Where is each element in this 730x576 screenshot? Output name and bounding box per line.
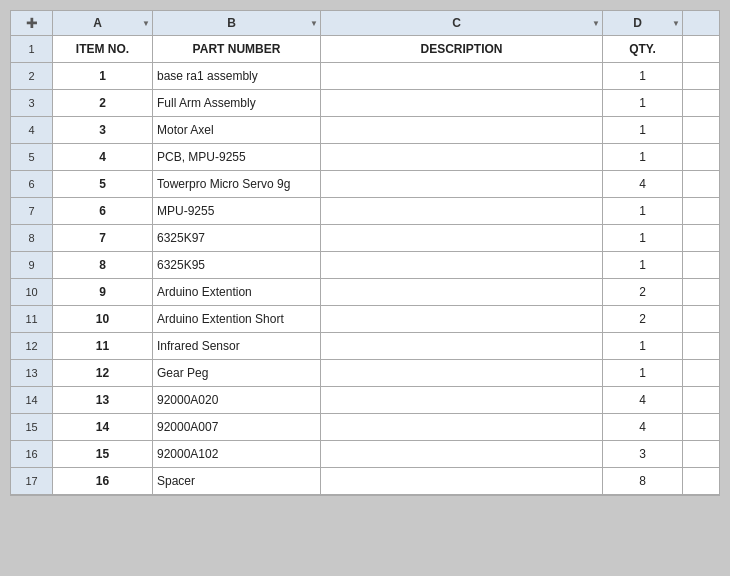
table-row[interactable]: 151492000A0074 [11,414,719,441]
table-row[interactable]: 109Arduino Extention2 [11,279,719,306]
cell-description[interactable] [321,144,603,170]
table-row[interactable]: 65Towerpro Micro Servo 9g4 [11,171,719,198]
table-row[interactable]: 32Full Arm Assembly1 [11,90,719,117]
cell-qty[interactable]: 4 [603,171,683,197]
cell-item-no[interactable]: 11 [53,333,153,359]
cell-qty[interactable]: 1 [603,225,683,251]
cell-qty[interactable]: 1 [603,198,683,224]
table-row[interactable]: 1716Spacer8 [11,468,719,495]
cell-description[interactable] [321,171,603,197]
cell-description[interactable] [321,414,603,440]
cell-description[interactable]: DESCRIPTION [321,36,603,62]
table-row[interactable]: 141392000A0204 [11,387,719,414]
cell-item-no[interactable]: 6 [53,198,153,224]
cell-part-number[interactable]: Motor Axel [153,117,321,143]
cell-description[interactable] [321,63,603,89]
cell-qty[interactable]: 4 [603,414,683,440]
table-row[interactable]: 43Motor Axel1 [11,117,719,144]
cell-item-no[interactable]: 3 [53,117,153,143]
cell-part-number[interactable]: 92000A020 [153,387,321,413]
cell-part-number[interactable]: PART NUMBER [153,36,321,62]
cell-part-number[interactable]: Towerpro Micro Servo 9g [153,171,321,197]
table-row[interactable]: 876325K971 [11,225,719,252]
cell-item-no[interactable]: 15 [53,441,153,467]
cell-item-no[interactable]: ITEM NO. [53,36,153,62]
cell-qty[interactable]: 8 [603,468,683,494]
cell-item-no[interactable]: 9 [53,279,153,305]
cell-qty[interactable]: QTY. [603,36,683,62]
table-row[interactable]: 1110Arduino Extention Short2 [11,306,719,333]
cell-qty[interactable]: 1 [603,360,683,386]
cell-qty[interactable]: 2 [603,279,683,305]
col-c-arrow: ▼ [592,19,602,28]
cell-item-no[interactable]: 16 [53,468,153,494]
cell-description[interactable] [321,198,603,224]
cell-description[interactable] [321,279,603,305]
col-b-arrow: ▼ [310,19,320,28]
cell-description[interactable] [321,360,603,386]
cell-part-number[interactable]: 6325K97 [153,225,321,251]
cell-part-number[interactable]: Arduino Extention Short [153,306,321,332]
col-d-arrow: ▼ [672,19,682,28]
cell-description[interactable] [321,306,603,332]
table-row[interactable]: 54PCB, MPU-92551 [11,144,719,171]
cell-item-no[interactable]: 12 [53,360,153,386]
cell-part-number[interactable]: MPU-9255 [153,198,321,224]
cell-part-number[interactable]: base ra1 assembly [153,63,321,89]
cell-description[interactable] [321,468,603,494]
row-number: 5 [11,144,53,170]
table-row[interactable]: 1312Gear Peg1 [11,360,719,387]
cell-description[interactable] [321,117,603,143]
cell-description[interactable] [321,225,603,251]
table-row[interactable]: 1ITEM NO.PART NUMBERDESCRIPTIONQTY. [11,36,719,63]
table-row[interactable]: 986325K951 [11,252,719,279]
col-a-arrow: ▼ [142,19,152,28]
row-number: 7 [11,198,53,224]
table-row[interactable]: 21base ra1 assembly1 [11,63,719,90]
cell-part-number[interactable]: 92000A102 [153,441,321,467]
cell-item-no[interactable]: 5 [53,171,153,197]
table-row[interactable]: 161592000A1023 [11,441,719,468]
cell-qty[interactable]: 1 [603,63,683,89]
cell-qty[interactable]: 3 [603,441,683,467]
table-row[interactable]: 1211Infrared Sensor1 [11,333,719,360]
cell-qty[interactable]: 2 [603,306,683,332]
spreadsheet: ✚ A ▼ B ▼ C ▼ D ▼ 1ITEM NO.PART NUMBERDE… [10,10,720,496]
cell-qty[interactable]: 1 [603,90,683,116]
cell-qty[interactable]: 1 [603,252,683,278]
cell-part-number[interactable]: 92000A007 [153,414,321,440]
cell-part-number[interactable]: Infrared Sensor [153,333,321,359]
cell-description[interactable] [321,441,603,467]
col-header-b[interactable]: B ▼ [153,11,321,35]
cell-qty[interactable]: 1 [603,333,683,359]
move-icon: ✚ [26,15,38,31]
cell-item-no[interactable]: 4 [53,144,153,170]
col-header-d[interactable]: D ▼ [603,11,683,35]
cell-part-number[interactable]: Full Arm Assembly [153,90,321,116]
cell-qty[interactable]: 1 [603,117,683,143]
row-number: 11 [11,306,53,332]
cell-qty[interactable]: 4 [603,387,683,413]
cell-part-number[interactable]: 6325K95 [153,252,321,278]
row-number: 6 [11,171,53,197]
cell-item-no[interactable]: 7 [53,225,153,251]
cell-qty[interactable]: 1 [603,144,683,170]
cell-part-number[interactable]: PCB, MPU-9255 [153,144,321,170]
row-number: 9 [11,252,53,278]
cell-item-no[interactable]: 1 [53,63,153,89]
cell-item-no[interactable]: 8 [53,252,153,278]
cell-item-no[interactable]: 13 [53,387,153,413]
col-header-c[interactable]: C ▼ [321,11,603,35]
cell-description[interactable] [321,252,603,278]
col-header-a[interactable]: A ▼ [53,11,153,35]
cell-part-number[interactable]: Gear Peg [153,360,321,386]
cell-item-no[interactable]: 2 [53,90,153,116]
cell-part-number[interactable]: Spacer [153,468,321,494]
cell-description[interactable] [321,90,603,116]
cell-item-no[interactable]: 14 [53,414,153,440]
table-row[interactable]: 76MPU-92551 [11,198,719,225]
cell-description[interactable] [321,387,603,413]
cell-part-number[interactable]: Arduino Extention [153,279,321,305]
cell-description[interactable] [321,333,603,359]
cell-item-no[interactable]: 10 [53,306,153,332]
